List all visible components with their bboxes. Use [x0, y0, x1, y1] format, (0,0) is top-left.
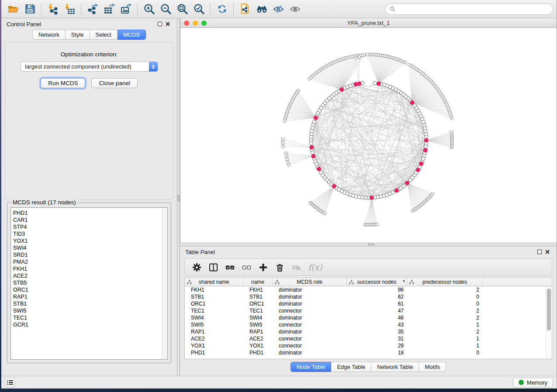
- control-panel-close-button[interactable]: ✕: [164, 20, 172, 28]
- table-tab-edge-table[interactable]: Edge Table: [331, 362, 371, 372]
- table-row[interactable]: SWI5SWI5connector431: [185, 321, 552, 328]
- tab-network[interactable]: Network: [32, 30, 66, 40]
- import-network-button[interactable]: [45, 1, 61, 17]
- memory-status-icon: [519, 380, 524, 385]
- column-header-successor-nodes[interactable]: successor nodes▾: [347, 278, 407, 286]
- memory-button[interactable]: Memory: [513, 378, 553, 388]
- delete-table-button[interactable]: [289, 260, 304, 274]
- scrollbar-thumb[interactable]: [547, 289, 551, 330]
- window-zoom-traffic-light[interactable]: [201, 21, 207, 26]
- table-cell: YOX1: [243, 342, 273, 349]
- splitter-handle[interactable]: [368, 244, 374, 245]
- table-tab-network-table[interactable]: Network Table: [371, 362, 419, 372]
- table-scrollbar[interactable]: [546, 287, 551, 358]
- table-cell: YOX1: [185, 342, 243, 349]
- hide-panel-button[interactable]: [270, 1, 287, 17]
- task-history-button[interactable]: [5, 378, 15, 387]
- table-settings-button[interactable]: [189, 260, 204, 274]
- import-table-button[interactable]: [61, 1, 78, 17]
- open-folder-icon: [7, 3, 19, 15]
- delete-column-button[interactable]: [272, 260, 287, 274]
- result-list-scrollbar[interactable]: [162, 208, 167, 359]
- export-image-icon: [120, 3, 132, 15]
- table-row[interactable]: SWI4SWI4dominator462: [185, 314, 552, 321]
- network-window-titlebar[interactable]: YPA_prune.txt_1: [180, 18, 557, 28]
- show-panel-button[interactable]: [287, 1, 303, 17]
- table-cell: RAP1: [185, 328, 243, 335]
- refresh-layout-button[interactable]: [214, 1, 230, 17]
- tab-select[interactable]: Select: [90, 30, 118, 40]
- checked-boxes-icon: [225, 263, 235, 272]
- horizontal-splitter[interactable]: [180, 243, 557, 246]
- share-document-icon: [239, 3, 251, 15]
- table-cell: dominator: [273, 328, 347, 335]
- export-table-button[interactable]: [101, 1, 118, 17]
- mcds-result-item: STB1: [13, 300, 167, 307]
- deselect-all-rows-button[interactable]: [239, 260, 254, 274]
- select-stepper-icon: [149, 62, 158, 72]
- column-type-icon: [275, 280, 280, 285]
- table-cell: 2: [407, 286, 483, 293]
- eye-slash-icon: [273, 3, 284, 15]
- table-cell: STB1: [185, 293, 243, 300]
- window-close-traffic-light[interactable]: [184, 21, 189, 26]
- control-panel-float-button[interactable]: [156, 20, 164, 28]
- mcds-result-item: SRD1: [13, 251, 167, 258]
- toolbar-separator: [233, 3, 234, 15]
- table-tab-node-table[interactable]: Node Table: [291, 362, 332, 372]
- export-image-button[interactable]: [118, 1, 134, 17]
- network-canvas[interactable]: [180, 28, 557, 243]
- splitter-handle[interactable]: [177, 195, 180, 201]
- table-cell: dominator: [273, 300, 347, 307]
- close-panel-button[interactable]: Close panel: [91, 78, 137, 88]
- column-header-MCDS-role[interactable]: MCDS role: [273, 278, 347, 286]
- table-panel-float-button[interactable]: [536, 248, 543, 256]
- table-tab-motifs[interactable]: Motifs: [419, 362, 446, 372]
- show-columns-button[interactable]: [206, 260, 221, 274]
- save-session-button[interactable]: [21, 1, 38, 17]
- select-all-rows-button[interactable]: [222, 260, 237, 274]
- search-input[interactable]: [398, 6, 548, 12]
- run-mcds-button[interactable]: Run MCDS: [41, 78, 85, 88]
- table-row[interactable]: STB1STB1dominator620: [185, 293, 552, 300]
- table-row[interactable]: ORC1ORC1dominator610: [185, 300, 552, 307]
- network-graph[interactable]: [180, 28, 557, 242]
- table-cell: ORC1: [185, 300, 243, 307]
- function-builder-button[interactable]: f(x): [305, 262, 325, 272]
- zoom-in-button[interactable]: [141, 1, 157, 17]
- table-cell: 0: [407, 349, 483, 356]
- toolbar-separator: [81, 3, 81, 15]
- open-file-button[interactable]: [5, 1, 21, 17]
- table-row[interactable]: YOX1YOX1connector291: [185, 342, 552, 349]
- window-minimize-traffic-light[interactable]: [193, 21, 198, 26]
- zoom-out-button[interactable]: [157, 1, 174, 17]
- optimization-criterion-select[interactable]: largest connected component (undirected): [21, 62, 158, 72]
- tab-style[interactable]: Style: [66, 30, 90, 40]
- column-header-name[interactable]: name: [243, 278, 273, 286]
- mcds-result-item: ACE2: [13, 272, 167, 279]
- table-toolbar: f(x): [184, 258, 552, 276]
- column-header-shared-name[interactable]: shared name: [185, 278, 243, 286]
- table-row[interactable]: ACE2ACE2connector311: [185, 335, 552, 342]
- search-network-button[interactable]: [253, 1, 270, 17]
- column-label: name: [251, 279, 264, 285]
- export-network-button[interactable]: [84, 1, 101, 17]
- zoom-out-icon: [160, 3, 172, 15]
- table-row[interactable]: TEC1TEC1connector472: [185, 307, 552, 314]
- mcds-result-item: PHD1: [13, 210, 167, 217]
- table-row[interactable]: FKH1FKH1dominator962: [185, 286, 552, 293]
- column-header-predecessor-nodes[interactable]: predecessor nodes: [407, 278, 483, 286]
- table-panel-close-button[interactable]: ✕: [543, 248, 551, 256]
- add-column-button[interactable]: [256, 260, 270, 274]
- zoom-selected-button[interactable]: [190, 1, 207, 17]
- tab-mcds[interactable]: MCDS: [118, 30, 146, 40]
- table-row[interactable]: PHD1PHD1dominator180: [185, 349, 552, 356]
- zoom-fit-button[interactable]: [174, 1, 190, 17]
- table-row[interactable]: RAP1RAP1dominator352: [185, 328, 552, 335]
- list-icon: [7, 379, 14, 385]
- mcds-result-list[interactable]: PHD1CAR1STP4TID3YOX1SWI4SRD1PMA2FKH1ACE2…: [10, 207, 168, 360]
- vertical-splitter[interactable]: [177, 18, 180, 376]
- table-cell: dominator: [273, 314, 347, 321]
- table-cell: ORC1: [243, 300, 273, 307]
- share-document-button[interactable]: [237, 1, 253, 17]
